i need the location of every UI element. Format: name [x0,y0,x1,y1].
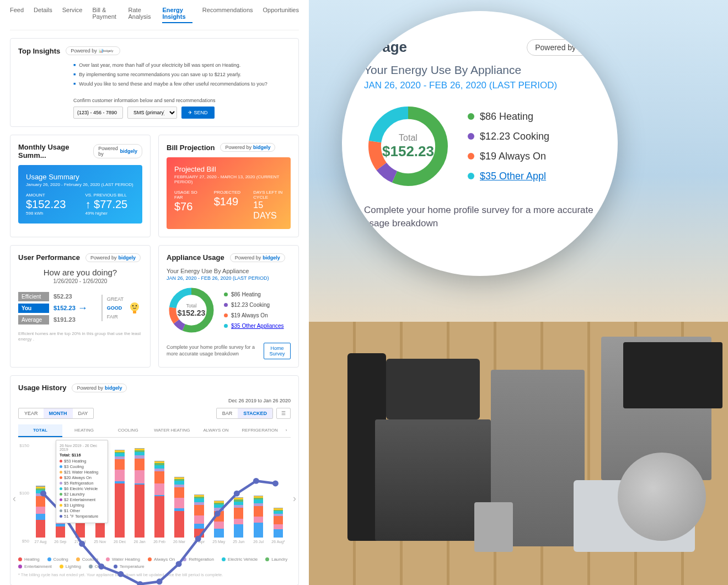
chart-next-icon[interactable]: › [293,492,296,504]
send-button[interactable]: ✈ SEND [181,107,215,119]
tab-opportunities[interactable]: Opportunities [263,7,299,23]
insight-bullets: Over last year, more than half of your e… [73,61,291,89]
tab-details[interactable]: Details [34,7,52,23]
top-insights-title: Top Insights [18,47,60,55]
user-performance-card: User PerformancePowered by bidgely How a… [10,245,151,368]
chart-prev-icon[interactable]: ‹ [13,492,16,504]
zoom-lens: Usage Powered by 📊 Your Energy Use By Ap… [342,11,618,276]
usage-history-card: Usage HistoryPowered by bidgely Dec 26 2… [10,375,299,585]
usage-history-chart: ‹ › $150$100$50 27 Aug26 Sep27 Oct25 Nov… [18,443,291,554]
home-survey-button[interactable]: Home Survey [264,343,291,359]
tab-bill-payment[interactable]: Bill & Payment [92,7,118,23]
tabs: FeedDetailsServiceBill & PaymentRate Ana… [10,0,299,30]
svg-rect-3 [133,311,136,313]
chart-mode-toggle[interactable]: BARSTACKED [216,408,273,419]
chevron-right-icon[interactable]: › [282,424,291,437]
usage-tile-title: Usage Summary [26,173,135,181]
svg-point-2 [130,302,139,311]
zoom-legend: $86 Heating$12.23 Cooking$19 Always On$3… [468,107,549,186]
category-tabs[interactable]: TOTALHEATINGCOOLINGWATER HEATINGALWAYS O… [18,424,291,438]
appliance-legend: $86 Heating$12.23 Cooking$19 Always On$3… [224,289,284,331]
tab-energy-insights[interactable]: Energy Insights [162,7,192,23]
svg-point-16 [157,578,163,584]
channel-select[interactable]: SMS (primary) [127,107,177,119]
phone-input[interactable] [73,107,123,119]
appliance-usage-card: Appliance UsagePowered by bidgely Your E… [158,245,299,368]
tab-recommendations[interactable]: Recommendations [202,7,253,23]
settings-icon[interactable]: ☰ [276,408,291,419]
tab-feed[interactable]: Feed [10,7,24,23]
svg-point-5 [136,305,137,306]
chart-tooltip: 26 Nov 2019 - 26 Dec 2019 Total: $116 $5… [56,440,108,523]
powered-badge: Powered by 📊bidgely [66,46,120,55]
appliance-donut: Total$152.23 [167,285,216,335]
usage-summary-card: Monthly Usage Summ...Powered by bidgely … [10,135,151,237]
bulb-icon [127,300,142,316]
confirm-label: Confirm customer information below and s… [73,98,291,103]
svg-point-15 [137,581,143,585]
top-insights-card: Top Insights Powered by 📊bidgely Over la… [10,38,299,127]
tab-service[interactable]: Service [62,7,83,23]
svg-text:bidgely: bidgely [103,49,113,52]
bill-projection-card: Bill ProjectionPowered by bidgely Projec… [158,135,299,237]
granularity-toggle[interactable]: YEARMONTHDAY [18,408,94,419]
zoom-donut: Total$152.23 [364,102,452,190]
svg-point-4 [132,305,133,306]
tab-rate-analysis[interactable]: Rate Analysis [129,7,153,23]
